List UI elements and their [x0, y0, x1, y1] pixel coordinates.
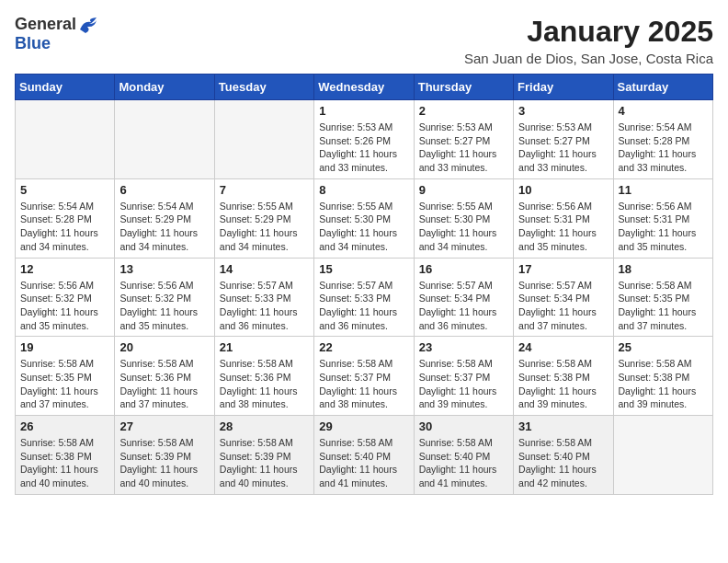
day-info: Sunrise: 5:54 AMSunset: 5:29 PMDaylight:…: [119, 200, 209, 254]
title-block: January 2025 San Juan de Dios, San Jose,…: [464, 15, 713, 66]
calendar-cell: 28Sunrise: 5:58 AMSunset: 5:39 PMDayligh…: [214, 416, 313, 495]
day-info: Sunrise: 5:56 AMSunset: 5:31 PMDaylight:…: [518, 200, 608, 254]
day-info: Sunrise: 5:58 AMSunset: 5:38 PMDaylight:…: [619, 357, 708, 411]
logo-general: General: [15, 15, 76, 34]
day-number: 10: [518, 183, 608, 197]
day-number: 8: [319, 183, 408, 197]
day-number: 7: [220, 183, 309, 197]
day-info: Sunrise: 5:53 AMSunset: 5:27 PMDaylight:…: [419, 121, 508, 175]
page-header: General Blue January 2025 San Juan de Di…: [15, 15, 713, 66]
calendar-cell: 14Sunrise: 5:57 AMSunset: 5:33 PMDayligh…: [214, 258, 313, 337]
calendar-week-row: 5Sunrise: 5:54 AMSunset: 5:28 PMDaylight…: [16, 178, 713, 258]
day-info: Sunrise: 5:57 AMSunset: 5:34 PMDaylight:…: [419, 279, 508, 333]
day-info: Sunrise: 5:58 AMSunset: 5:39 PMDaylight:…: [119, 436, 209, 490]
day-info: Sunrise: 5:53 AMSunset: 5:27 PMDaylight:…: [518, 121, 608, 175]
day-number: 19: [20, 340, 109, 354]
weekday-header-thursday: Thursday: [414, 75, 513, 100]
day-number: 2: [419, 104, 508, 118]
day-info: Sunrise: 5:58 AMSunset: 5:40 PMDaylight:…: [518, 436, 608, 490]
calendar-cell: 2Sunrise: 5:53 AMSunset: 5:27 PMDaylight…: [414, 100, 513, 179]
calendar-week-row: 19Sunrise: 5:58 AMSunset: 5:35 PMDayligh…: [16, 337, 713, 416]
day-info: Sunrise: 5:55 AMSunset: 5:30 PMDaylight:…: [419, 200, 508, 254]
day-number: 6: [119, 183, 209, 197]
logo-bird-icon: [78, 17, 98, 33]
day-info: Sunrise: 5:58 AMSunset: 5:36 PMDaylight:…: [220, 357, 309, 411]
calendar-cell: 15Sunrise: 5:57 AMSunset: 5:33 PMDayligh…: [314, 258, 414, 337]
day-number: 12: [20, 262, 109, 276]
day-number: 14: [220, 262, 309, 276]
day-info: Sunrise: 5:56 AMSunset: 5:32 PMDaylight:…: [20, 279, 109, 333]
calendar-cell: 3Sunrise: 5:53 AMSunset: 5:27 PMDaylight…: [514, 100, 613, 179]
weekday-header-tuesday: Tuesday: [214, 75, 313, 100]
day-number: 3: [518, 104, 608, 118]
calendar-cell: 30Sunrise: 5:58 AMSunset: 5:40 PMDayligh…: [414, 416, 513, 495]
calendar-cell: 21Sunrise: 5:58 AMSunset: 5:36 PMDayligh…: [214, 337, 313, 416]
month-title: January 2025: [464, 15, 713, 49]
calendar-table: SundayMondayTuesdayWednesdayThursdayFrid…: [15, 74, 713, 495]
logo: General Blue: [15, 15, 98, 53]
calendar-cell: 9Sunrise: 5:55 AMSunset: 5:30 PMDaylight…: [414, 178, 513, 258]
day-number: 9: [419, 183, 508, 197]
weekday-header-row: SundayMondayTuesdayWednesdayThursdayFrid…: [16, 75, 713, 100]
location-subtitle: San Juan de Dios, San Jose, Costa Rica: [464, 51, 713, 66]
weekday-header-saturday: Saturday: [613, 75, 712, 100]
day-number: 11: [619, 183, 708, 197]
calendar-cell: [214, 100, 313, 179]
calendar-week-row: 26Sunrise: 5:58 AMSunset: 5:38 PMDayligh…: [16, 416, 713, 495]
day-info: Sunrise: 5:56 AMSunset: 5:32 PMDaylight:…: [119, 279, 209, 333]
calendar-cell: 18Sunrise: 5:58 AMSunset: 5:35 PMDayligh…: [613, 258, 712, 337]
calendar-cell: 23Sunrise: 5:58 AMSunset: 5:37 PMDayligh…: [414, 337, 513, 416]
logo-blue: Blue: [15, 34, 51, 53]
calendar-cell: 19Sunrise: 5:58 AMSunset: 5:35 PMDayligh…: [16, 337, 115, 416]
calendar-cell: 8Sunrise: 5:55 AMSunset: 5:30 PMDaylight…: [314, 178, 414, 258]
day-number: 15: [319, 262, 408, 276]
day-number: 28: [220, 419, 309, 433]
calendar-cell: [16, 100, 115, 179]
day-info: Sunrise: 5:57 AMSunset: 5:34 PMDaylight:…: [518, 279, 608, 333]
calendar-cell: 4Sunrise: 5:54 AMSunset: 5:28 PMDaylight…: [613, 100, 712, 179]
calendar-cell: 6Sunrise: 5:54 AMSunset: 5:29 PMDaylight…: [115, 178, 214, 258]
day-number: 20: [119, 340, 209, 354]
calendar-cell: 12Sunrise: 5:56 AMSunset: 5:32 PMDayligh…: [16, 258, 115, 337]
day-info: Sunrise: 5:58 AMSunset: 5:37 PMDaylight:…: [419, 357, 508, 411]
day-number: 26: [20, 419, 109, 433]
calendar-cell: 16Sunrise: 5:57 AMSunset: 5:34 PMDayligh…: [414, 258, 513, 337]
day-info: Sunrise: 5:58 AMSunset: 5:40 PMDaylight:…: [319, 436, 408, 490]
day-number: 1: [319, 104, 408, 118]
calendar-cell: [613, 416, 712, 495]
day-number: 13: [119, 262, 209, 276]
day-info: Sunrise: 5:56 AMSunset: 5:31 PMDaylight:…: [619, 200, 708, 254]
day-number: 25: [619, 340, 708, 354]
calendar-cell: 24Sunrise: 5:58 AMSunset: 5:38 PMDayligh…: [514, 337, 613, 416]
day-number: 17: [518, 262, 608, 276]
day-info: Sunrise: 5:54 AMSunset: 5:28 PMDaylight:…: [20, 200, 109, 254]
day-info: Sunrise: 5:57 AMSunset: 5:33 PMDaylight:…: [220, 279, 309, 333]
day-info: Sunrise: 5:58 AMSunset: 5:38 PMDaylight:…: [518, 357, 608, 411]
day-number: 4: [619, 104, 708, 118]
weekday-header-sunday: Sunday: [16, 75, 115, 100]
calendar-cell: 11Sunrise: 5:56 AMSunset: 5:31 PMDayligh…: [613, 178, 712, 258]
calendar-cell: 26Sunrise: 5:58 AMSunset: 5:38 PMDayligh…: [16, 416, 115, 495]
calendar-cell: 5Sunrise: 5:54 AMSunset: 5:28 PMDaylight…: [16, 178, 115, 258]
day-number: 22: [319, 340, 408, 354]
day-info: Sunrise: 5:58 AMSunset: 5:39 PMDaylight:…: [220, 436, 309, 490]
day-number: 23: [419, 340, 508, 354]
day-number: 21: [220, 340, 309, 354]
weekday-header-friday: Friday: [514, 75, 613, 100]
day-info: Sunrise: 5:53 AMSunset: 5:26 PMDaylight:…: [319, 121, 408, 175]
calendar-week-row: 1Sunrise: 5:53 AMSunset: 5:26 PMDaylight…: [16, 100, 713, 179]
weekday-header-wednesday: Wednesday: [314, 75, 414, 100]
day-info: Sunrise: 5:58 AMSunset: 5:37 PMDaylight:…: [319, 357, 408, 411]
day-info: Sunrise: 5:58 AMSunset: 5:35 PMDaylight:…: [20, 357, 109, 411]
day-number: 24: [518, 340, 608, 354]
calendar-cell: 1Sunrise: 5:53 AMSunset: 5:26 PMDaylight…: [314, 100, 414, 179]
calendar-cell: 25Sunrise: 5:58 AMSunset: 5:38 PMDayligh…: [613, 337, 712, 416]
calendar-cell: [115, 100, 214, 179]
calendar-cell: 13Sunrise: 5:56 AMSunset: 5:32 PMDayligh…: [115, 258, 214, 337]
day-info: Sunrise: 5:54 AMSunset: 5:28 PMDaylight:…: [619, 121, 708, 175]
calendar-cell: 7Sunrise: 5:55 AMSunset: 5:29 PMDaylight…: [214, 178, 313, 258]
day-info: Sunrise: 5:55 AMSunset: 5:29 PMDaylight:…: [220, 200, 309, 254]
weekday-header-monday: Monday: [115, 75, 214, 100]
day-info: Sunrise: 5:58 AMSunset: 5:40 PMDaylight:…: [419, 436, 508, 490]
day-number: 27: [119, 419, 209, 433]
